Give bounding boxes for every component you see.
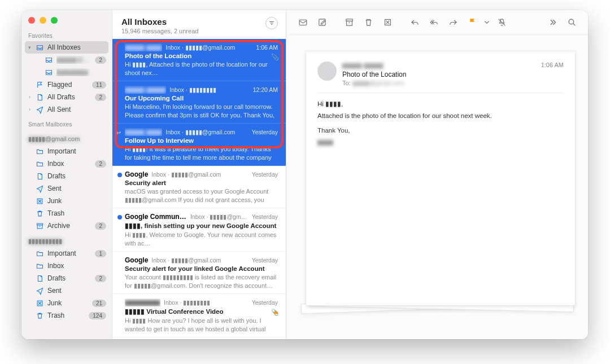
message-snippet: macOS was granted access to your Google …: [125, 187, 278, 203]
message-subject: ▮▮▮▮, finish setting up your new Google …: [125, 222, 278, 230]
sidebar-item-label: Flagged: [47, 81, 89, 89]
inbox-icon: [45, 56, 53, 64]
search-button[interactable]: [563, 15, 580, 30]
sidebar-item-sent[interactable]: Sent: [21, 182, 112, 195]
sidebar-item-trash[interactable]: Trash: [21, 207, 112, 220]
message-row[interactable]: ↩▮▮▮▮▮ ▮▮▮▮Inbox · ▮▮▮▮▮@gmail.comYester…: [112, 124, 286, 166]
reader-to: ▮▮▮▮▮@gmail.com: [352, 80, 404, 87]
sidebar-item-archive[interactable]: Archive2: [21, 220, 112, 232]
sidebar-account-label-1[interactable]: ▮▮▮▮▮@gmail.com: [21, 130, 112, 145]
sidebar-item-trash[interactable]: Trash124: [21, 309, 112, 322]
sidebar-section-favorites: Favorites: [21, 27, 112, 41]
sidebar-item-label: Important: [47, 147, 106, 155]
message-row[interactable]: GoogleInbox · ▮▮▮▮▮@gmail.comYesterdaySe…: [112, 252, 286, 294]
window-controls: [21, 10, 112, 27]
sidebar-item-all-inboxes[interactable]: ▾All Inboxes: [25, 41, 108, 54]
sidebar-item-label: Inbox: [47, 160, 91, 168]
message-sender: Google: [125, 256, 148, 264]
sidebar-item-all-drafts[interactable]: ›All Drafts2: [21, 91, 112, 103]
message-account: Inbox · ▮▮▮▮▮@gmail.com: [165, 44, 252, 51]
sidebar-item-label: Trash: [47, 209, 106, 217]
sidebar-item-drafts[interactable]: Drafts: [21, 170, 112, 182]
sidebar-item-inbox[interactable]: Inbox: [21, 260, 112, 272]
minimize-window-button[interactable]: [40, 17, 46, 24]
count-badge: 2: [95, 94, 106, 101]
sidebar-item--[interactable]: ▮▮▮▮▮▮▮▮: [21, 66, 112, 78]
sidebar-item-label: All Inboxes: [47, 43, 103, 51]
message-row[interactable]: GoogleInbox · ▮▮▮▮▮@gmail.comYesterdaySe…: [112, 166, 286, 208]
archive-button[interactable]: [341, 15, 358, 30]
sidebar: Favorites ▾All Inboxes▮▮▮▮▮@g…2▮▮▮▮▮▮▮▮F…: [21, 10, 112, 339]
compose-button[interactable]: [313, 15, 330, 30]
message-row[interactable]: ▮▮▮▮▮ ▮▮▮▮Inbox · ▮▮▮▮▮@gmail.com1:06 AM…: [112, 39, 286, 81]
close-window-button[interactable]: [28, 17, 35, 24]
sidebar-item-label: ▮▮▮▮▮@g…: [56, 56, 91, 64]
folder-icon: [36, 262, 44, 270]
count-badge: 124: [89, 312, 106, 319]
junk-button[interactable]: [379, 15, 396, 30]
filter-button[interactable]: [265, 17, 278, 29]
flag-icon: ⚑: [273, 310, 279, 317]
mail-window: Favorites ▾All Inboxes▮▮▮▮▮@g…2▮▮▮▮▮▮▮▮F…: [21, 10, 588, 339]
sidebar-item-sent[interactable]: Sent: [21, 284, 112, 297]
reader-body-line: Attached is the photo of the location fo…: [317, 112, 564, 119]
svg-line-16: [573, 24, 575, 26]
junk-icon: [36, 197, 44, 205]
sidebar-item-label: Drafts: [47, 274, 91, 282]
message-row[interactable]: ▮▮▮▮▮▮▮▮▮Inbox · ▮▮▮▮▮▮▮▮Yesterday▮▮▮▮▮ …: [112, 294, 286, 337]
folder-icon: [36, 160, 44, 168]
attachment-icon: 📎: [271, 54, 279, 61]
sidebar-account-label-2[interactable]: ▮▮▮▮▮▮▮▮▮▮: [21, 232, 112, 247]
message-row[interactable]: Google Community TeamInbox · ▮▮▮▮▮@gmail…: [112, 208, 286, 252]
inbox-icon: [45, 68, 53, 77]
message-list[interactable]: ▮▮▮▮▮ ▮▮▮▮Inbox · ▮▮▮▮▮@gmail.com1:06 AM…: [112, 39, 286, 339]
message-time: Yesterday: [252, 257, 278, 264]
sidebar-item-flagged[interactable]: Flagged11: [21, 78, 112, 91]
count-badge: 2: [95, 222, 106, 230]
message-subject: Security alert for your linked Google Ac…: [125, 265, 278, 272]
message-time: Yesterday: [252, 213, 278, 220]
sidebar-item--g-[interactable]: ▮▮▮▮▮@g…2: [21, 54, 112, 66]
message-account: Inbox · ▮▮▮▮▮▮▮▮: [169, 86, 249, 93]
mute-button[interactable]: [493, 15, 510, 30]
message-account: Inbox · ▮▮▮▮▮@gmail.com: [151, 257, 248, 264]
sidebar-item-important[interactable]: Important: [21, 145, 112, 157]
reader-time: 1:06 AM: [541, 62, 564, 87]
message-list-header: All Inboxes 15,946 messages, 2 unread: [112, 10, 286, 39]
flag-menu-button[interactable]: [483, 15, 491, 30]
sidebar-item-inbox[interactable]: Inbox2: [21, 157, 112, 170]
message-time: 1:06 AM: [256, 44, 278, 51]
junk-icon: [36, 299, 44, 308]
sidebar-item-junk[interactable]: Junk: [21, 195, 112, 207]
message-list-column: All Inboxes 15,946 messages, 2 unread ▮▮…: [112, 10, 286, 339]
overflow-button[interactable]: [544, 15, 561, 30]
mark-read-button[interactable]: [294, 15, 311, 30]
sidebar-item-all-sent[interactable]: ›All Sent: [21, 103, 112, 116]
sidebar-item-drafts[interactable]: Drafts2: [21, 272, 112, 284]
message-sender: ▮▮▮▮▮ ▮▮▮▮▮: [125, 86, 166, 94]
message-time: Yesterday: [252, 299, 278, 306]
message-snippet: Hi Marcelino, I'm looking forward to our…: [125, 103, 278, 119]
message-account: Inbox · ▮▮▮▮▮@gmail.com: [190, 213, 249, 220]
message-account: Inbox · ▮▮▮▮▮▮▮▮: [164, 299, 249, 306]
reader-subject: Photo of the Location: [342, 71, 535, 78]
doc-icon: [36, 172, 44, 181]
reply-button[interactable]: [406, 15, 423, 30]
message-row[interactable]: ▮▮▮▮▮ ▮▮▮▮▮Inbox · ▮▮▮▮▮▮▮▮12:20 AMOur U…: [112, 81, 286, 124]
sender-avatar: [317, 62, 337, 81]
forward-button[interactable]: [445, 15, 461, 30]
svg-rect-2: [37, 225, 42, 228]
message-row[interactable]: ▮▮▮▮▮▮▮▮ CPAInbox · ▮▮▮▮▮▮▮1/24/212020 S…: [112, 337, 286, 339]
archive-icon: [36, 222, 44, 230]
sidebar-item-label: Drafts: [47, 172, 106, 180]
message-account: Inbox · ▮▮▮▮▮@gmail.com: [151, 171, 248, 178]
sidebar-item-junk[interactable]: Junk21: [21, 297, 112, 309]
sidebar-item-important[interactable]: Important1: [21, 247, 112, 260]
flag-button[interactable]: [464, 15, 481, 30]
zoom-window-button[interactable]: [51, 17, 58, 24]
reply-all-button[interactable]: [425, 15, 442, 30]
message-sender: Google: [125, 170, 148, 178]
message-snippet: Hi ▮▮▮▮, Attached is the photo of the lo…: [125, 60, 278, 76]
message-content[interactable]: ▮▮▮▮▮ ▮▮▮▮▮ Photo of the Location To: ▮▮…: [306, 51, 576, 306]
delete-button[interactable]: [360, 15, 377, 30]
